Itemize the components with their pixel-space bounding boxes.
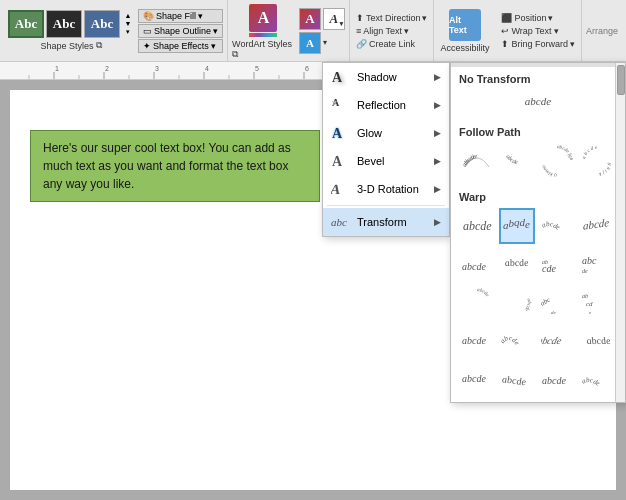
warp-arch-item[interactable]: abqde bbox=[499, 208, 535, 244]
reflection-menu-item[interactable]: A A Reflection ▶ bbox=[323, 91, 449, 119]
warp-flat-item[interactable]: abcde bbox=[459, 208, 495, 244]
dropdown-arrow: ▾ bbox=[339, 20, 343, 28]
warp-r4c2-item[interactable]: abcde bbox=[499, 322, 535, 358]
style-label-2: Abc bbox=[53, 16, 75, 32]
warp-r4c3-item[interactable]: abcde bbox=[539, 322, 575, 358]
warp-r5c3-item[interactable]: abcde bbox=[539, 360, 575, 396]
warp-r5c2-item[interactable]: abcde bbox=[499, 360, 535, 396]
position-button[interactable]: ⬛ Position ▾ bbox=[499, 12, 577, 24]
glow-icon: A A bbox=[331, 124, 349, 142]
warp-r2c2-svg: abcde bbox=[501, 248, 533, 280]
menu-divider bbox=[327, 205, 445, 206]
warp-r3c3-item[interactable]: abc de bbox=[539, 284, 575, 320]
expand-icon[interactable]: ⧉ bbox=[96, 40, 102, 51]
text-color-row: A A ▾ bbox=[299, 8, 345, 30]
warp-r2c2-item[interactable]: abcde bbox=[499, 246, 535, 282]
bring-forward-icon: ⬆ bbox=[501, 39, 509, 49]
transform-scrollbar[interactable] bbox=[615, 63, 625, 402]
svg-text:abcde: abcde bbox=[462, 261, 486, 272]
warp-wave1-item[interactable]: abcde bbox=[539, 208, 575, 244]
warp-r3c4-item[interactable]: ab cd e bbox=[579, 284, 615, 320]
transform-menu-item[interactable]: abc Transform ▶ bbox=[323, 208, 449, 236]
svg-text:ab: ab bbox=[582, 293, 588, 299]
3d-rotation-label: 3-D Rotation bbox=[357, 183, 419, 195]
outline-arrow: ▾ bbox=[213, 26, 218, 36]
warp-r4c4-item[interactable]: abcde bbox=[579, 322, 615, 358]
button-item[interactable]: a b c d e g h i j k bbox=[579, 143, 615, 179]
no-transform-grid: abcde bbox=[451, 88, 625, 120]
scroll-up-icon[interactable]: ▲ bbox=[122, 12, 134, 19]
arch-up-item[interactable]: abcde abcde bbox=[459, 143, 495, 179]
svg-text:5: 5 bbox=[255, 65, 259, 72]
text-box[interactable]: Here's our super cool text box! You can … bbox=[30, 130, 320, 202]
warp-r5c3-svg: abcde bbox=[541, 362, 573, 394]
warp-r2c4-item[interactable]: abc de bbox=[579, 246, 615, 282]
svg-text:abcde: abcde bbox=[463, 219, 492, 233]
transform-scrollbar-thumb[interactable] bbox=[617, 65, 625, 95]
warp-r5c4-svg: abcde bbox=[581, 362, 613, 394]
text-fill-button[interactable]: A bbox=[299, 8, 321, 30]
3d-rotation-menu-item[interactable]: A 3-D Rotation ▶ bbox=[323, 175, 449, 203]
pos-arrow: ▾ bbox=[548, 13, 553, 23]
warp-r2c1-item[interactable]: abcde bbox=[459, 246, 495, 282]
quick-styles-button[interactable]: A bbox=[245, 2, 281, 39]
warp-wave1-svg: abcde bbox=[541, 210, 573, 242]
text-effects-label[interactable]: ▾ bbox=[323, 38, 327, 47]
text-effects-row: A ▾ bbox=[299, 32, 345, 54]
shape-styles-section: Abc Abc Abc ▲ ▼ ▾ Shape Styles ⧉ 🎨 Shape… bbox=[4, 0, 228, 61]
align-text-button[interactable]: ≡ Align Text ▾ bbox=[354, 25, 430, 37]
scroll-more-icon[interactable]: ▾ bbox=[122, 28, 134, 36]
svg-text:A: A bbox=[332, 70, 343, 85]
bevel-menu-item[interactable]: A Bevel ▶ bbox=[323, 147, 449, 175]
warp-r4c2-svg: abcde bbox=[501, 324, 533, 356]
no-transform-item[interactable]: abcde bbox=[459, 90, 617, 112]
warp-r3c4-svg: ab cd e bbox=[581, 286, 613, 318]
warp-slant-item[interactable]: abcde bbox=[579, 208, 615, 244]
wordart-expand-icon[interactable]: ⧉ bbox=[232, 49, 238, 59]
warp-r5c4-item[interactable]: abcde bbox=[579, 360, 615, 396]
svg-text:A: A bbox=[332, 99, 337, 107]
shape-effects-button[interactable]: ✦ Shape Effects ▾ bbox=[138, 39, 223, 53]
shape-style-dark[interactable]: Abc bbox=[46, 10, 82, 38]
warp-r4c1-item[interactable]: abcde bbox=[459, 322, 495, 358]
shape-outline-button[interactable]: ▭ Shape Outline ▾ bbox=[138, 24, 223, 38]
follow-path-header: Follow Path bbox=[451, 120, 625, 141]
style-scroll[interactable]: ▲ ▼ ▾ bbox=[122, 10, 134, 38]
effects-icon: ✦ bbox=[143, 41, 151, 51]
shadow-menu-item[interactable]: A Shadow ▶ bbox=[323, 63, 449, 91]
bevel-svg: A bbox=[331, 152, 349, 170]
shadow-label: Shadow bbox=[357, 71, 397, 83]
text-direction-button[interactable]: ⬆ Text Direction ▾ bbox=[354, 12, 430, 24]
warp-r2c3-item[interactable]: ab cde bbox=[539, 246, 575, 282]
text-outline-button[interactable]: A ▾ bbox=[323, 8, 345, 30]
fill-icon: 🎨 bbox=[143, 11, 154, 21]
text-effects-button[interactable]: A bbox=[299, 32, 321, 54]
wrap-text-button[interactable]: ↩ Wrap Text ▾ bbox=[499, 25, 577, 37]
warp-r3c1-item[interactable]: abcde bbox=[459, 284, 495, 320]
arch-down-item[interactable]: abcde bbox=[499, 143, 535, 179]
warp-r3c2-item[interactable]: abcde bbox=[499, 284, 535, 320]
transform-arrow: ▶ bbox=[434, 217, 441, 227]
text-color-options: A A ▾ A ▾ bbox=[299, 8, 345, 54]
warp-r5c1-svg: abcde bbox=[461, 362, 493, 394]
bring-forward-button[interactable]: ⬆ Bring Forward ▾ bbox=[499, 38, 577, 50]
svg-text:ij klmno: ij klmno bbox=[541, 164, 557, 177]
glow-menu-item[interactable]: A A Glow ▶ bbox=[323, 119, 449, 147]
wrap-arrow: ▾ bbox=[554, 26, 559, 36]
warp-r5c1-item[interactable]: abcde bbox=[459, 360, 495, 396]
reflection-label: Reflection bbox=[357, 99, 406, 111]
create-link-button[interactable]: 🔗 Create Link bbox=[354, 38, 430, 50]
style-label-3: Abc bbox=[91, 16, 113, 32]
shape-style-green[interactable]: Abc bbox=[8, 10, 44, 38]
3d-rotation-arrow: ▶ bbox=[434, 184, 441, 194]
warp-r3c2-svg: abcde bbox=[501, 286, 533, 318]
shape-fill-button[interactable]: 🎨 Shape Fill ▾ bbox=[138, 9, 223, 23]
svg-text:3: 3 bbox=[155, 65, 159, 72]
glow-label: Glow bbox=[357, 127, 382, 139]
circle-item[interactable]: abcde fgh ij klmno bbox=[539, 143, 575, 179]
shape-style-blue[interactable]: Abc bbox=[84, 10, 120, 38]
accessibility-label: Accessibility bbox=[440, 43, 489, 53]
alt-text-icon[interactable]: Alt Text bbox=[449, 9, 481, 41]
text-dir-arrow: ▾ bbox=[422, 13, 427, 23]
scroll-down-icon[interactable]: ▼ bbox=[122, 20, 134, 27]
